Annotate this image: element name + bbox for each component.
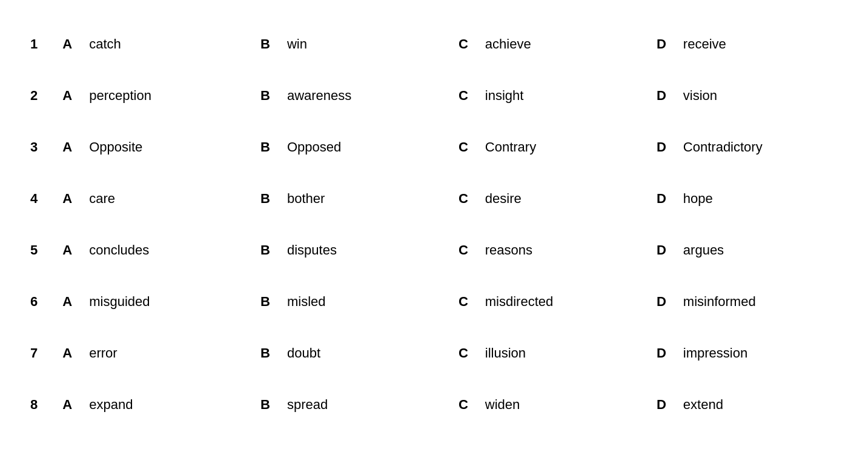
letter-c: C xyxy=(459,224,485,276)
answer-c: Contrary xyxy=(485,121,639,173)
letter-c: C xyxy=(459,121,485,173)
answer-b: Opposed xyxy=(287,121,441,173)
letter-c: C xyxy=(459,327,485,379)
answer-a: concludes xyxy=(89,224,243,276)
spacer-3 xyxy=(639,18,657,70)
spacer-3 xyxy=(639,173,657,224)
spacer-2 xyxy=(441,327,459,379)
spacer-1 xyxy=(243,327,260,379)
answer-c: widen xyxy=(485,379,639,430)
letter-d: D xyxy=(657,224,683,276)
spacer-1 xyxy=(243,276,260,327)
spacer-2 xyxy=(441,18,459,70)
letter-d: D xyxy=(657,379,683,430)
spacer-3 xyxy=(639,224,657,276)
spacer-1 xyxy=(243,173,260,224)
answer-d: vision xyxy=(683,70,838,121)
letter-d: D xyxy=(657,70,683,121)
row-number: 3 xyxy=(30,121,62,173)
spacer-2 xyxy=(441,224,459,276)
table-row: 4 A care B bother C desire D hope xyxy=(30,173,838,224)
answer-a: misguided xyxy=(89,276,243,327)
answer-d: hope xyxy=(683,173,838,224)
spacer-1 xyxy=(243,18,260,70)
answer-b: doubt xyxy=(287,327,441,379)
letter-a: A xyxy=(62,224,89,276)
letter-d: D xyxy=(657,327,683,379)
answer-d: misinformed xyxy=(683,276,838,327)
spacer-3 xyxy=(639,276,657,327)
row-number: 7 xyxy=(30,327,62,379)
letter-b: B xyxy=(260,121,287,173)
letter-c: C xyxy=(459,276,485,327)
letter-c: C xyxy=(459,70,485,121)
row-number: 5 xyxy=(30,224,62,276)
answer-c: insight xyxy=(485,70,639,121)
spacer-1 xyxy=(243,121,260,173)
letter-b: B xyxy=(260,224,287,276)
letter-a: A xyxy=(62,327,89,379)
spacer-3 xyxy=(639,121,657,173)
spacer-3 xyxy=(639,379,657,430)
answer-b: spread xyxy=(287,379,441,430)
table-row: 1 A catch B win C achieve D receive xyxy=(30,18,838,70)
answer-b: win xyxy=(287,18,441,70)
spacer-3 xyxy=(639,70,657,121)
answer-c: achieve xyxy=(485,18,639,70)
table-row: 8 A expand B spread C widen D extend xyxy=(30,379,838,430)
answer-b: disputes xyxy=(287,224,441,276)
letter-a: A xyxy=(62,276,89,327)
letter-a: A xyxy=(62,70,89,121)
letter-b: B xyxy=(260,379,287,430)
letter-b: B xyxy=(260,18,287,70)
letter-b: B xyxy=(260,173,287,224)
letter-a: A xyxy=(62,121,89,173)
answer-c: desire xyxy=(485,173,639,224)
letter-c: C xyxy=(459,18,485,70)
letter-d: D xyxy=(657,276,683,327)
answer-a: catch xyxy=(89,18,243,70)
spacer-2 xyxy=(441,70,459,121)
letter-d: D xyxy=(657,121,683,173)
letter-b: B xyxy=(260,70,287,121)
answer-a: expand xyxy=(89,379,243,430)
letter-a: A xyxy=(62,18,89,70)
answer-a: Opposite xyxy=(89,121,243,173)
answer-d: Contradictory xyxy=(683,121,838,173)
answer-b: awareness xyxy=(287,70,441,121)
spacer-2 xyxy=(441,276,459,327)
table-row: 5 A concludes B disputes C reasons D arg… xyxy=(30,224,838,276)
table-row: 7 A error B doubt C illusion D impressio… xyxy=(30,327,838,379)
row-number: 8 xyxy=(30,379,62,430)
answer-a: perception xyxy=(89,70,243,121)
row-number: 2 xyxy=(30,70,62,121)
table-row: 2 A perception B awareness C insight D v… xyxy=(30,70,838,121)
answer-d: impression xyxy=(683,327,838,379)
answer-d: extend xyxy=(683,379,838,430)
answer-c: illusion xyxy=(485,327,639,379)
letter-a: A xyxy=(62,173,89,224)
answer-c: reasons xyxy=(485,224,639,276)
answer-b: bother xyxy=(287,173,441,224)
spacer-1 xyxy=(243,379,260,430)
row-number: 6 xyxy=(30,276,62,327)
table-row: 6 A misguided B misled C misdirected D m… xyxy=(30,276,838,327)
spacer-2 xyxy=(441,173,459,224)
spacer-1 xyxy=(243,224,260,276)
letter-d: D xyxy=(657,18,683,70)
spacer-2 xyxy=(441,379,459,430)
row-number: 4 xyxy=(30,173,62,224)
answer-a: error xyxy=(89,327,243,379)
answer-d: argues xyxy=(683,224,838,276)
letter-c: C xyxy=(459,379,485,430)
answer-d: receive xyxy=(683,18,838,70)
spacer-2 xyxy=(441,121,459,173)
row-number: 1 xyxy=(30,18,62,70)
spacer-3 xyxy=(639,327,657,379)
letter-b: B xyxy=(260,276,287,327)
spacer-1 xyxy=(243,70,260,121)
letter-b: B xyxy=(260,327,287,379)
letter-a: A xyxy=(62,379,89,430)
letter-c: C xyxy=(459,173,485,224)
answer-b: misled xyxy=(287,276,441,327)
